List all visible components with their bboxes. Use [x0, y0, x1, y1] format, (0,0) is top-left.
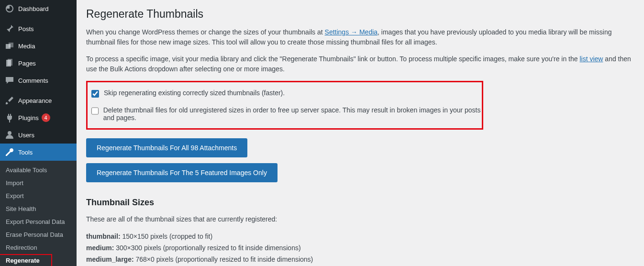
svg-rect-1 — [9, 43, 13, 47]
sub-available-tools[interactable]: Available Tools — [0, 164, 77, 177]
settings-media-link[interactable]: Settings → Media — [325, 28, 378, 36]
size-row: medium: 300×300 pixels (proportionally r… — [86, 243, 634, 254]
dashboard-icon — [5, 4, 14, 13]
regenerate-featured-button[interactable]: Regenerate Thumbnails For The 5 Featured… — [86, 163, 278, 182]
admin-sidebar: Dashboard Posts Media Pages Comments App… — [0, 0, 77, 266]
menu-label: Users — [18, 132, 34, 139]
skip-existing-checkbox[interactable] — [91, 90, 99, 98]
menu-label: Appearance — [18, 97, 52, 104]
sub-regenerate[interactable]: Regenerate — [0, 254, 52, 266]
menu-label: Media — [18, 43, 35, 50]
menu-label: Posts — [18, 25, 34, 33]
menu-label: Plugins — [18, 114, 39, 122]
tools-submenu: Available Tools Import Export Site Healt… — [0, 161, 77, 266]
sidebar-item-media[interactable]: Media — [0, 37, 77, 55]
skip-existing-label: Skip regenerating existing correctly siz… — [104, 89, 285, 97]
list-view-link[interactable]: list view — [579, 55, 603, 63]
sub-export[interactable]: Export — [0, 189, 77, 202]
sub-site-health[interactable]: Site Health — [0, 202, 77, 215]
sidebar-item-comments[interactable]: Comments — [0, 72, 77, 89]
sidebar-item-dashboard[interactable]: Dashboard — [0, 0, 77, 17]
options-highlight-box: Skip regenerating existing correctly siz… — [86, 81, 483, 130]
pin-icon — [5, 24, 14, 33]
sub-export-personal[interactable]: Export Personal Data — [0, 215, 77, 228]
wrench-icon — [5, 147, 14, 157]
brush-icon — [5, 96, 14, 105]
delete-old-label: Delete thumbnail files for old unregiste… — [103, 106, 482, 122]
delete-old-checkbox[interactable] — [91, 107, 99, 115]
pages-icon — [5, 58, 14, 68]
media-icon — [5, 41, 14, 51]
thumbnail-sizes-heading: Thumbnail Sizes — [86, 198, 634, 208]
sidebar-item-tools[interactable]: Tools — [0, 144, 77, 161]
intro-paragraph-1: When you change WordPress themes or chan… — [86, 27, 634, 47]
svg-rect-3 — [8, 59, 12, 66]
page-title: Regenerate Thumbnails — [86, 8, 634, 21]
size-row: medium_large: 768×0 pixels (proportional… — [86, 254, 634, 266]
sidebar-item-posts[interactable]: Posts — [0, 20, 77, 37]
svg-point-4 — [8, 131, 11, 135]
main-content: Regenerate Thumbnails When you change Wo… — [77, 0, 644, 266]
menu-label: Tools — [18, 149, 33, 156]
comment-icon — [5, 76, 14, 85]
user-icon — [5, 130, 14, 140]
size-row: thumbnail: 150×150 pixels (cropped to fi… — [86, 231, 634, 243]
regenerate-all-button[interactable]: Regenerate Thumbnails For All 98 Attachm… — [86, 138, 247, 157]
sizes-intro: These are all of the thumbnail sizes tha… — [86, 214, 634, 224]
menu-label: Pages — [18, 60, 36, 67]
sidebar-item-pages[interactable]: Pages — [0, 55, 77, 72]
menu-label: Dashboard — [18, 5, 49, 12]
plug-icon — [5, 113, 14, 122]
thumbnail-sizes-list: thumbnail: 150×150 pixels (cropped to fi… — [86, 231, 634, 266]
sidebar-item-appearance[interactable]: Appearance — [0, 92, 77, 109]
intro-paragraph-2: To process a specific image, visit your … — [86, 54, 634, 74]
menu-label: Comments — [18, 77, 48, 84]
sub-erase-personal[interactable]: Erase Personal Data — [0, 228, 77, 241]
update-badge: 4 — [42, 113, 50, 122]
sub-import[interactable]: Import — [0, 177, 77, 189]
sub-redirection[interactable]: Redirection — [0, 241, 77, 254]
sidebar-item-plugins[interactable]: Plugins 4 — [0, 109, 77, 126]
sidebar-item-users[interactable]: Users — [0, 126, 77, 144]
